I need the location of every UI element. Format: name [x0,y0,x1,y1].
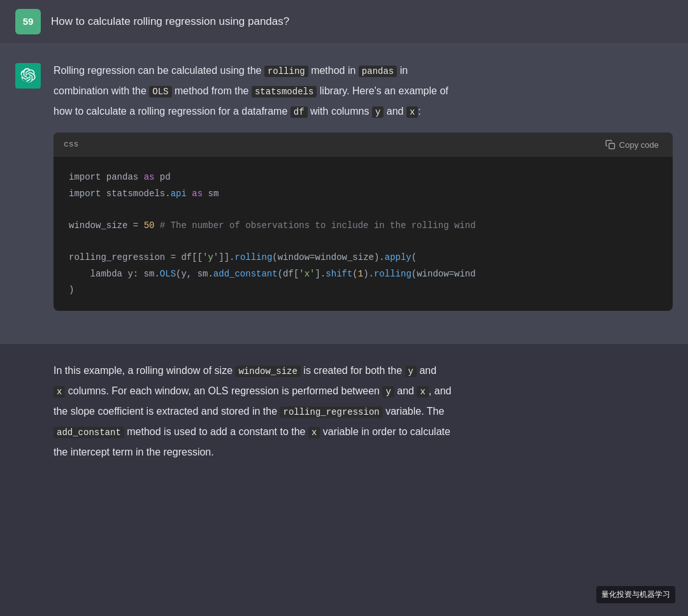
inline-df: df [290,106,308,118]
explanation-text: In this example, a rolling window of siz… [54,362,451,464]
answer-section: Rolling regression can be calculated usi… [0,44,688,344]
intro-line-2: combination with the OLS method from the… [54,82,673,100]
openai-icon [20,68,36,83]
question-number: 59 [15,9,41,34]
watermark: 量化投资与机器学习 [596,586,675,603]
copy-code-label: Copy code [619,140,659,150]
inline-x: x [406,106,418,118]
explanation-line-5: the intercept term in the regression. [54,443,451,461]
svg-rect-0 [609,143,615,149]
inline-window-size-1: window_size [235,366,300,377]
inline-rolling: rolling [264,66,308,77]
code-content: import pandas as pd import statsmodels.a… [54,157,673,311]
explanation-line-1: In this example, a rolling window of siz… [54,362,451,380]
inline-x-exp: x [54,386,65,398]
question-text: How to calculate rolling regression usin… [51,13,289,30]
explanation-line-3: the slope coefficient is extracted and s… [54,403,451,420]
intro-line-3: how to calculate a rolling regression fo… [54,103,673,120]
inline-y: y [372,106,383,118]
gpt-avatar [15,63,41,89]
code-block: css Copy code import pandas as pd import… [54,133,673,311]
copy-icon [605,140,615,150]
code-lang-label: css [64,138,78,152]
question-header: 59 How to calculate rolling regression u… [0,0,688,44]
code-block-header: css Copy code [54,133,673,157]
inline-x-exp2: x [417,386,428,398]
answer-content: Rolling regression can be calculated usi… [54,62,673,326]
inline-add-constant: add_constant [54,427,124,438]
inline-ols: OLS [149,86,171,97]
inline-rolling-regression: rolling_regression [280,406,382,418]
inline-pandas: pandas [359,66,397,77]
copy-code-button[interactable]: Copy code [601,138,663,151]
inline-y-exp: y [405,366,417,377]
answer-intro-text: Rolling regression can be calculated usi… [54,62,673,120]
answer-inner: Rolling regression can be calculated usi… [15,62,673,326]
inline-x-exp3: x [308,427,320,438]
intro-line-1: Rolling regression can be calculated usi… [54,62,673,80]
inline-y-exp2: y [382,386,394,398]
explanation-line-2: x columns. For each window, an OLS regre… [54,382,451,400]
explanation-section: In this example, a rolling window of siz… [0,344,688,482]
explanation-line-4: add_constant method is used to add a con… [54,423,451,441]
explanation-inner: In this example, a rolling window of siz… [15,362,673,464]
inline-statsmodels: statsmodels [252,86,317,97]
